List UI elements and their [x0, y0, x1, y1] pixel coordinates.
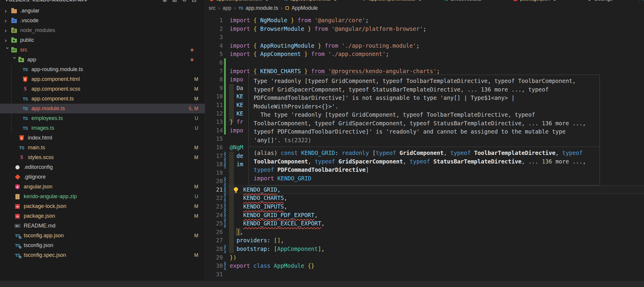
- git-status-badge: M: [194, 145, 198, 150]
- tab-directives.d.ts[interactable]: TSdirectives.d.ts: [439, 0, 509, 3]
- ts-letters-icon: TS: [23, 116, 28, 121]
- file-row[interactable]: Aangular.jsonM: [0, 182, 205, 192]
- folder-row[interactable]: ›✓.vscode: [0, 16, 205, 25]
- code-text: bootstrap: [AppComponent],: [230, 245, 325, 253]
- file-row[interactable]: M↓README.md: [0, 221, 205, 231]
- folder-public-icon: ☻: [11, 37, 17, 44]
- tab-app.component.scss[interactable]: Sapp.component.scss: [358, 0, 439, 3]
- code-text: de: [230, 152, 243, 160]
- code-line[interactable]: 22 KENDO_CHARTS,: [205, 194, 644, 202]
- ts-letters-icon: TS: [23, 67, 28, 72]
- code-text: KENDO_GRID_PDF_EXPORT,: [230, 211, 318, 219]
- tsconfig-icon: TS⚙: [14, 233, 21, 239]
- code-line[interactable]: 6: [205, 58, 644, 67]
- tooltip-alias-line: ToolbarComponent, typeof GridSpacerCompo…: [254, 157, 595, 166]
- tsd-icon: TS: [444, 0, 448, 1]
- git-status-badge: 5, M: [189, 106, 198, 111]
- file-row[interactable]: TSapp.module.ts5, M: [0, 104, 205, 113]
- folder-row[interactable]: ›</>src: [0, 45, 205, 55]
- code-line[interactable]: 5import { AppComponent } from './app.com…: [205, 50, 644, 58]
- folder-row[interactable]: ›ⓝnode_modules: [0, 25, 205, 35]
- file-row[interactable]: TS⚙tsconfig.json: [0, 240, 205, 250]
- folder-glyph-icon: [11, 9, 17, 13]
- code-line[interactable]: 28 bootstrap: [AppComponent],: [205, 245, 644, 253]
- folder-glyph-icon: ⚙: [18, 58, 24, 62]
- file-row[interactable]: Sstyles.scssM: [0, 153, 205, 162]
- folder-row[interactable]: ›.angular: [0, 6, 205, 16]
- git-status-badge: M: [194, 155, 198, 160]
- file-row[interactable]: npackage-lock.jsonM: [0, 201, 205, 211]
- angular-icon: A: [15, 184, 20, 190]
- modified-dot: [191, 49, 194, 52]
- ts-letters-icon: TS: [444, 0, 448, 1]
- folder-shape-icon: ⓝ: [11, 29, 17, 33]
- file-row[interactable]: kendo-angular-app.zipU: [0, 192, 205, 201]
- tab-Settings[interactable]: ⚙Settings: [583, 0, 639, 3]
- line-number: 15: [205, 134, 223, 143]
- file-row[interactable]: TS⚙tsconfig.spec.jsonM: [0, 250, 205, 260]
- folder-row[interactable]: ›☻public: [0, 35, 205, 45]
- code-line[interactable]: 7import { KENDO_CHARTS } from '@progress…: [205, 67, 644, 76]
- code-text: }): [230, 253, 236, 262]
- code-line[interactable]: 30export class AppModule {}: [205, 262, 644, 270]
- code-line[interactable]: 21 KENDO_GRID,: [205, 185, 644, 194]
- code-line[interactable]: 3: [205, 33, 644, 41]
- file-row[interactable]: TSapp-routing.module.ts: [0, 65, 205, 74]
- file-label: public: [20, 37, 34, 43]
- code-line[interactable]: 29}): [205, 253, 644, 262]
- breadcrumb-item[interactable]: src: [209, 5, 215, 11]
- gear-icon: ⚙: [588, 0, 592, 1]
- file-row[interactable]: TSapp.component.tsM: [0, 94, 205, 104]
- folder-row[interactable]: ›⚙app: [0, 55, 205, 65]
- file-row[interactable]: TS⚙tsconfig.app.jsonM: [0, 231, 205, 240]
- npm-icon: n: [15, 214, 20, 219]
- quick-fix-lightbulb-icon[interactable]: [234, 187, 238, 191]
- code-line[interactable]: 26 ],: [205, 228, 644, 236]
- code-line[interactable]: 31: [205, 270, 644, 279]
- ts-icon: TS: [22, 105, 28, 112]
- code-line[interactable]: 1import { NgModule } from '@angular/core…: [205, 16, 644, 25]
- angular-icon: A: [14, 184, 21, 190]
- breadcrumb-item[interactable]: app.module.ts: [246, 5, 278, 11]
- breadcrumb-item[interactable]: app: [223, 5, 231, 11]
- file-row[interactable]: 5index.html: [0, 133, 205, 143]
- code-line[interactable]: 23 KENDO_INPUTS,: [205, 202, 644, 211]
- tab-package.json[interactable]: npackage.json: [509, 0, 583, 3]
- file-row[interactable]: Sapp.component.scssM: [0, 84, 205, 94]
- line-number: 24: [205, 211, 223, 219]
- code-text: impo: [230, 75, 243, 84]
- breadcrumb-separator-icon: ›: [234, 5, 236, 11]
- file-row[interactable]: .editorconfig: [0, 162, 205, 172]
- code-line[interactable]: 24 KENDO_GRID_PDF_EXPORT,: [205, 211, 644, 219]
- new-folder-icon[interactable]: ⊞: [172, 0, 178, 3]
- tab-app[interactable]: TSapp: [639, 0, 644, 3]
- breadcrumb-item[interactable]: AppModule: [292, 5, 318, 11]
- file-row[interactable]: npackage.jsonM: [0, 211, 205, 221]
- file-label: images.ts: [31, 125, 54, 131]
- line-number: 19: [205, 169, 223, 177]
- breadcrumb: src›app›TSapp.module.ts›AppModule: [209, 4, 318, 12]
- gear-icon: ⚙: [19, 246, 22, 249]
- code-line[interactable]: 2import { BrowserModule } from '@angular…: [205, 25, 644, 33]
- code-line[interactable]: 25 KENDO_GRID_EXCEL_EXPORT,: [205, 219, 644, 228]
- tab-app.component.ts[interactable]: TSapp.component.ts: [279, 0, 358, 3]
- editorconfig-icon: [15, 165, 20, 169]
- collapse-all-icon[interactable]: ⊟: [191, 0, 197, 3]
- file-row[interactable]: TSimages.tsU: [0, 123, 205, 133]
- tab-content: TSdirectives.d.ts: [443, 0, 481, 3]
- breadcrumb-separator-icon: ›: [281, 5, 283, 11]
- npm-icon: n: [514, 0, 517, 1]
- file-row[interactable]: 5app.component.htmlM: [0, 74, 205, 84]
- new-file-icon[interactable]: ⊕: [162, 0, 168, 3]
- file-row[interactable]: TSmain.tsM: [0, 143, 205, 153]
- file-label: tsconfig.json: [24, 242, 53, 248]
- tab-content: 5app.component.html: [209, 0, 268, 3]
- line-number: 2: [205, 25, 223, 33]
- file-row[interactable]: TSemployees.tsU: [0, 113, 205, 123]
- code-line[interactable]: 4import { AppRoutingModule } from './app…: [205, 41, 644, 50]
- tab-app.component.html[interactable]: 5app.component.html: [205, 0, 279, 3]
- file-row[interactable]: .gitignore: [0, 172, 205, 182]
- refresh-icon[interactable]: ↻: [181, 0, 187, 3]
- code-line[interactable]: 27 providers: [],: [205, 236, 644, 245]
- code-text: import { AppComponent } from './app.comp…: [230, 50, 389, 58]
